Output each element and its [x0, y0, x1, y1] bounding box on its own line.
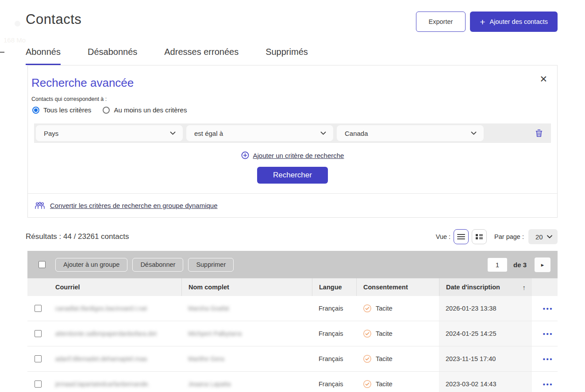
column-header-date-inscription[interactable]: Date d'inscription ↑: [439, 278, 532, 296]
export-button[interactable]: Exporter: [416, 12, 466, 32]
radio-any-criteria[interactable]: Au moins un des critères: [103, 106, 187, 114]
chevron-down-icon: [547, 235, 552, 238]
date-value: 2023-03-02 14:43: [446, 380, 496, 388]
tab-abonnes[interactable]: Abonnés: [26, 47, 61, 65]
criterion-field-select[interactable]: Pays: [36, 125, 183, 141]
plus-circle-icon: [241, 151, 249, 159]
add-to-group-button[interactable]: Ajouter à un groupe: [55, 258, 127, 272]
column-header-consentement[interactable]: Consentement: [356, 278, 439, 296]
date-value: 2026-01-23 13:38: [446, 305, 496, 312]
criterion-field-value: Pays: [44, 130, 58, 137]
search-button[interactable]: Rechercher: [257, 167, 328, 184]
criterion-operator-select[interactable]: est égal à: [186, 125, 333, 141]
redacted-name: Jeaana Lapatta: [188, 380, 231, 388]
sidebar-remnant-dot: [15, 21, 20, 27]
sidebar-remnant-dash: [0, 52, 4, 53]
consent-value: Tacite: [376, 330, 393, 337]
consent-check-icon: [363, 380, 372, 388]
table-header: Courriel Nom complet Langue Consentement…: [27, 278, 558, 296]
language-value: Français: [319, 330, 343, 337]
date-value: 2024-01-25 14:25: [446, 330, 496, 337]
next-page-button[interactable]: ▸: [535, 257, 550, 272]
match-label: Contacts qui correspondent à :: [28, 96, 557, 102]
row-checkbox[interactable]: [35, 330, 42, 337]
add-criterion-link[interactable]: Ajouter un critère de recherche: [28, 151, 557, 159]
per-page-label: Par page :: [494, 233, 524, 240]
results-row: Résultats : 44 / 23261 contacts Vue : Pa…: [26, 228, 558, 246]
language-value: Français: [319, 305, 343, 312]
column-header-langue[interactable]: Langue: [312, 278, 356, 296]
pagination: de 3 ▸: [488, 257, 550, 272]
delete-button[interactable]: Supprimer: [188, 258, 234, 272]
header-actions-spacer: [532, 278, 558, 296]
table-row: jemaad.lapartatedcarfanbemande. Jeaana L…: [27, 372, 558, 392]
list-view-icon: [457, 234, 465, 240]
row-checkbox[interactable]: [35, 380, 42, 388]
radio-all-criteria[interactable]: Tous les critères: [32, 106, 91, 114]
column-header-nom-complet[interactable]: Nom complet: [181, 278, 312, 296]
consent-check-icon: [363, 329, 372, 338]
group-icon: [35, 202, 45, 209]
page-title: Contacts: [26, 12, 81, 27]
card-view-icon: [475, 234, 483, 240]
top-bar: Contacts Exporter + Ajouter des contacts: [26, 0, 558, 32]
list-view-button[interactable]: [454, 229, 469, 244]
radio-selected-icon: [32, 107, 39, 114]
row-checkbox[interactable]: [35, 305, 42, 312]
language-value: Français: [319, 380, 343, 388]
redacted-name: Michpert Palbytarra: [188, 330, 242, 337]
row-checkbox[interactable]: [35, 355, 42, 362]
redacted-email: jemaad.lapartatedcarfanbemande.: [55, 380, 150, 388]
add-criterion-label: Ajouter un critère de recherche: [253, 152, 344, 159]
row-menu-icon[interactable]: •••: [543, 355, 553, 363]
sort-asc-icon[interactable]: ↑: [523, 284, 526, 291]
consent-check-icon: [363, 304, 372, 313]
radio-all-label: Tous les critères: [43, 106, 91, 114]
tab-desabonnes[interactable]: Désabonnés: [88, 47, 137, 65]
chevron-down-icon: [170, 131, 176, 135]
criterion-operator-value: est égal à: [194, 130, 223, 137]
tab-adresses-erronees[interactable]: Adresses erronées: [164, 47, 239, 65]
bulk-action-bar: Ajouter à un groupe Désabonner Supprimer…: [27, 251, 558, 278]
contacts-tabs: Abonnés Désabonnés Adresses erronées Sup…: [26, 47, 558, 65]
column-header-courriel[interactable]: Courriel: [49, 278, 181, 296]
trash-icon: [535, 129, 543, 138]
table-row: adarif.tillemadet.dehamaptel.maa Marithe…: [27, 346, 558, 372]
contacts-table: Ajouter à un groupe Désabonner Supprimer…: [27, 251, 558, 392]
table-row: canadlat.tfardigos.bacinoard.t.nat Marsh…: [27, 296, 558, 321]
view-controls: Vue : Par page : 20: [436, 229, 558, 244]
delete-criterion-button[interactable]: [535, 129, 543, 138]
close-icon[interactable]: ✕: [539, 74, 547, 84]
row-menu-icon[interactable]: •••: [543, 305, 553, 312]
convert-to-group-link[interactable]: Convertir les critères de recherche en g…: [50, 202, 218, 209]
page-number-input[interactable]: [488, 258, 507, 272]
unsubscribe-button[interactable]: Désabonner: [132, 258, 183, 272]
row-menu-icon[interactable]: •••: [543, 380, 553, 388]
consent-value: Tacite: [376, 355, 393, 362]
match-radio-group: Tous les critères Au moins un des critèr…: [28, 106, 557, 114]
redacted-email: attentionte.salbmpaperdanbofara.det: [55, 330, 157, 337]
add-contacts-button[interactable]: + Ajouter des contacts: [470, 12, 558, 32]
criterion-value-select[interactable]: Canada: [337, 125, 484, 141]
advanced-search-card: ✕ Recherche avancée Contacts qui corresp…: [27, 65, 558, 218]
per-page-select[interactable]: 20: [528, 229, 558, 244]
tab-supprimes[interactable]: Supprimés: [266, 47, 308, 65]
card-view-button[interactable]: [472, 229, 487, 244]
row-menu-icon[interactable]: •••: [543, 330, 553, 338]
date-value: 2023-11-15 17:40: [446, 355, 496, 362]
radio-any-label: Au moins un des critères: [114, 106, 187, 114]
next-page-icon: ▸: [541, 261, 544, 268]
consent-value: Tacite: [376, 305, 393, 312]
add-contacts-label: Ajouter des contacts: [490, 18, 548, 25]
redacted-name: Marithe Gera: [188, 355, 224, 362]
convert-to-group-row: Convertir les critères de recherche en g…: [28, 194, 557, 217]
results-summary: Résultats : 44 / 23261 contacts: [26, 232, 129, 241]
table-row: attentionte.salbmpaperdanbofara.det Mich…: [27, 321, 558, 346]
radio-unselected-icon: [103, 107, 110, 114]
header-checkbox-spacer: [27, 278, 49, 296]
redacted-name: Marsha Goafat: [188, 305, 229, 312]
select-all-checkbox[interactable]: [38, 261, 46, 268]
contacts-page: 168 Mo Contacts Exporter + Ajouter des c…: [0, 0, 585, 392]
consent-value: Tacite: [376, 380, 393, 388]
redacted-email: adarif.tillemadet.dehamaptel.maa: [55, 355, 147, 362]
